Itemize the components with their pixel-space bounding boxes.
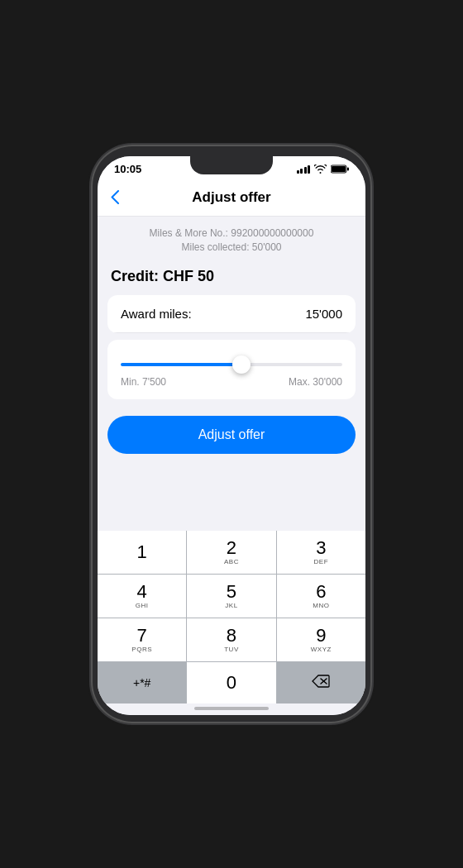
key-9-main: 9 xyxy=(316,627,326,645)
page-header: Adjust offer xyxy=(98,179,365,217)
key-4-main: 4 xyxy=(137,583,147,601)
key-2[interactable]: 2 ABC xyxy=(187,531,275,574)
slider-labels: Min. 7'500 Max. 30'000 xyxy=(121,376,342,388)
key-0[interactable]: 0 xyxy=(187,662,275,703)
key-3[interactable]: 3 DEF xyxy=(277,531,365,574)
home-bar xyxy=(194,707,269,710)
key-9[interactable]: 9 WXYZ xyxy=(277,618,365,661)
miles-slider[interactable] xyxy=(121,363,342,366)
key-symbols[interactable]: +*# xyxy=(98,662,186,703)
signal-icon xyxy=(297,165,311,174)
account-info: Miles & More No.: 992000000000000 Miles … xyxy=(98,217,365,261)
key-2-main: 2 xyxy=(227,539,236,557)
key-2-sub: ABC xyxy=(224,558,239,565)
adjust-offer-button[interactable]: Adjust offer xyxy=(107,416,356,454)
key-0-main: 0 xyxy=(227,674,236,692)
wifi-icon xyxy=(314,165,327,174)
credit-section: Credit: CHF 50 xyxy=(98,261,365,295)
back-button[interactable] xyxy=(111,187,126,207)
key-7-sub: PQRS xyxy=(131,646,152,653)
key-7[interactable]: 7 PQRS xyxy=(98,618,186,661)
adjust-button-container: Adjust offer xyxy=(98,409,365,464)
key-8-main: 8 xyxy=(227,627,236,645)
home-indicator xyxy=(98,703,365,715)
miles-collected: Miles collected: 50'000 xyxy=(111,241,352,255)
key-5-sub: JKL xyxy=(225,602,237,609)
key-1[interactable]: 1 xyxy=(98,531,186,574)
key-7-main: 7 xyxy=(137,627,147,645)
award-miles-card: Award miles: 15'000 xyxy=(107,295,356,333)
key-6-main: 6 xyxy=(316,583,326,601)
key-symbols-main: +*# xyxy=(133,677,150,689)
key-8[interactable]: 8 TUV xyxy=(187,618,275,661)
key-1-main: 1 xyxy=(137,543,147,561)
delete-icon xyxy=(312,675,330,692)
award-miles-row: Award miles: 15'000 xyxy=(107,295,356,333)
page-title: Adjust offer xyxy=(192,189,270,206)
award-miles-label: Award miles: xyxy=(121,307,192,321)
status-icons xyxy=(297,165,350,174)
key-3-sub: DEF xyxy=(314,558,329,565)
battery-icon xyxy=(331,165,349,174)
main-content: Miles & More No.: 992000000000000 Miles … xyxy=(98,217,365,531)
svg-rect-2 xyxy=(332,166,346,172)
key-4[interactable]: 4 GHI xyxy=(98,575,186,618)
key-delete[interactable] xyxy=(277,662,365,703)
key-4-sub: GHI xyxy=(136,602,149,609)
key-8-sub: TUV xyxy=(224,646,239,653)
status-time: 10:05 xyxy=(114,163,141,175)
key-5[interactable]: 5 JKL xyxy=(187,575,275,618)
key-6[interactable]: 6 MNO xyxy=(277,575,365,618)
slider-max-label: Max. 30'000 xyxy=(289,376,342,388)
slider-card: Min. 7'500 Max. 30'000 xyxy=(107,340,356,399)
slider-min-label: Min. 7'500 xyxy=(121,376,166,388)
key-9-sub: WXYZ xyxy=(311,646,332,653)
key-3-main: 3 xyxy=(316,539,326,557)
key-5-main: 5 xyxy=(227,583,236,601)
credit-label: Credit: CHF 50 xyxy=(111,268,214,284)
award-miles-value: 15'000 xyxy=(305,307,342,321)
keypad-grid: 1 2 ABC 3 DEF 4 GHI 5 JKL xyxy=(98,531,365,703)
key-6-sub: MNO xyxy=(313,602,329,609)
miles-more-number: Miles & More No.: 992000000000000 xyxy=(111,227,352,241)
numeric-keypad: 1 2 ABC 3 DEF 4 GHI 5 JKL xyxy=(98,531,365,703)
svg-rect-1 xyxy=(347,168,349,171)
